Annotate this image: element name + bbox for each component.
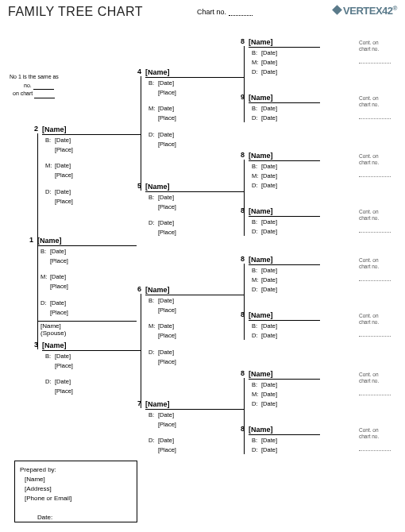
continuation-note: No 1 is the same as no. on chart [10,73,59,98]
person-name: [Name] [249,152,320,161]
spouse-box: [Name] (Spouse) [37,321,137,337]
person-6: 6 [Name] B:[Date] [Place] M:[Date] [Plac… [145,286,245,366]
person-number: 3 [34,341,38,349]
cont-note: Cont. on chart no. [359,372,391,395]
prepared-address: [Address] [25,484,132,494]
person-number: 8 [241,425,245,433]
prepared-by-label: Prepared by: [20,465,132,475]
person-4: 4 [Name] B:[Date] [Place] M:[Date] [Plac… [145,68,245,148]
person-name: [Name] [249,256,320,265]
prepared-date: Date: [37,513,132,522]
person-right-7: 8 [Name] Cont. on chart no. B:[Date] M:[… [249,370,395,408]
person-number: 8 [241,37,245,45]
person-right-6: 8 [Name] Cont. on chart no. B:[Date] D:[… [249,311,395,340]
person-right-4: 8 [Name] Cont. on chart no. B:[Date] D:[… [249,207,395,236]
person-name: [Name] [42,341,141,351]
person-number: 2 [34,125,38,133]
prepared-contact: [Phone or Email] [25,494,132,503]
person-name: [Name] [249,426,320,435]
person-name: [Name] [145,286,245,295]
person-1: 1 [Name] B:[Date] [Place] M:[Date] [Plac… [37,237,137,317]
person-number: 8 [241,255,245,263]
person-right-3: 8 [Name] Cont. on chart no. B:[Date] M:[… [249,152,395,190]
person-2: 2 [Name] B:[Date] [Place] M:[Date] [Plac… [42,125,141,206]
vertex42-logo: VERTEX42® [334,5,397,17]
cont-note: Cont. on chart no. [359,209,391,233]
cont-note: Cont. on chart no. [359,427,391,451]
person-3: 3 [Name] B:[Date] [Place] D:[Date] [Plac… [42,341,141,396]
person-name: [Name] [249,370,320,380]
person-name: [Name] [42,125,141,135]
person-number: 1 [29,236,33,244]
person-name: [Name] [145,68,245,78]
person-number: 8 [241,151,245,159]
person-5: 5 [Name] B:[Date] [Place] D:[Date] [Plac… [145,183,245,237]
person-name: [Name] [249,38,320,48]
chart-number-label: Chart no. [197,8,253,16]
cont-note: Cont. on chart no. [359,95,391,119]
person-name: [Name] [249,311,320,321]
prepared-by-box: Prepared by: [Name] [Address] [Phone or … [14,461,137,522]
person-9: 9 [Name] Cont. on chart no. B:[Date] D:[… [249,94,395,122]
person-name: [Name] [37,237,137,246]
person-number: 8 [241,310,245,318]
tree-canvas: No 1 is the same as no. on chart 1 [Name… [0,29,405,532]
person-name: [Name] [145,400,245,410]
cont-note: Cont. on chart no. [359,153,391,177]
person-number: 8 [241,206,245,214]
person-number: 8 [241,369,245,377]
person-number: 9 [241,93,245,101]
cont-note: Cont. on chart no. [359,313,391,337]
person-7: 7 [Name] B:[Date] [Place] D:[Date] [Plac… [145,400,245,455]
person-8: 8 [Name] Cont. on chart no. B:[Date] M:[… [249,38,395,76]
cont-note: Cont. on chart no. [359,40,391,64]
person-right-5: 8 [Name] Cont. on chart no. B:[Date] M:[… [249,256,395,294]
person-name: [Name] [145,183,245,192]
prepared-name: [Name] [25,475,132,484]
person-number: 5 [137,182,141,190]
person-number: 6 [137,285,141,293]
person-number: 4 [137,67,141,75]
person-name: [Name] [249,94,320,103]
person-number: 7 [137,399,141,407]
person-name: [Name] [249,207,320,217]
person-right-8: 8 [Name] Cont. on chart no. B:[Date] D:[… [249,426,395,454]
cont-note: Cont. on chart no. [359,257,391,281]
